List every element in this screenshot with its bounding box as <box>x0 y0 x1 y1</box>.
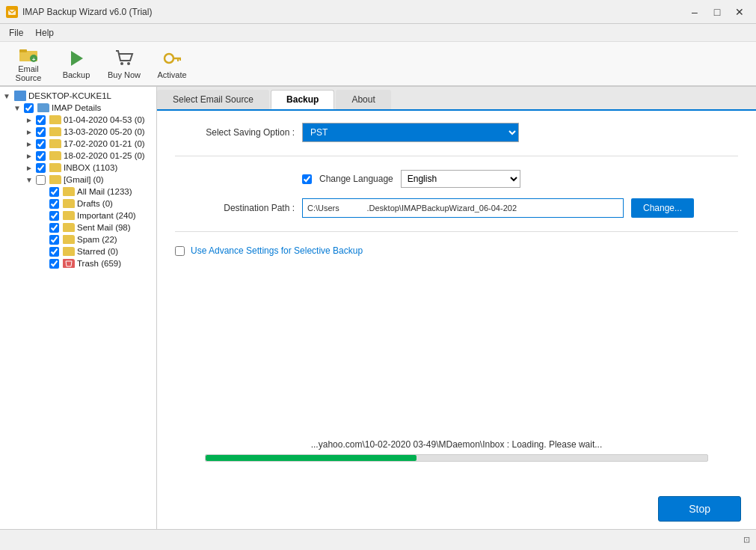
tree-spacer-trash <box>37 258 48 269</box>
folder-f3-icon <box>49 139 61 148</box>
language-row: Change Language English French German Sp… <box>175 170 738 188</box>
maximize-button[interactable]: □ <box>707 4 728 19</box>
tree-item-root[interactable]: ▼ DESKTOP-KCUKE1L <box>0 90 156 102</box>
divider-2 <box>175 231 738 232</box>
tree-spacer-allmail <box>37 186 48 197</box>
tree-item-inbox[interactable]: ► INBOX (1103) <box>0 162 156 174</box>
tree-label-imap: IMAP Details <box>52 103 101 112</box>
saving-option-select[interactable]: PST PDF EML MSG MBOX <box>302 123 519 142</box>
tree-check-trash[interactable] <box>49 259 59 269</box>
svg-marker-5 <box>71 51 83 66</box>
tree-item-folder3[interactable]: ► 17-02-2020 01-21 (0) <box>0 138 156 150</box>
tree-check-sent[interactable] <box>49 223 59 233</box>
destination-path-row: Destination Path : Change... <box>175 198 738 218</box>
tree-check-starred[interactable] <box>49 247 59 257</box>
change-button[interactable]: Change... <box>631 198 694 218</box>
svg-rect-2 <box>19 49 27 52</box>
destination-path-label: Destination Path : <box>175 203 295 213</box>
change-language-checkbox[interactable] <box>302 174 312 184</box>
tree-item-important[interactable]: Important (240) <box>0 210 156 221</box>
tree-spacer-starred <box>37 246 48 257</box>
tree-item-drafts[interactable]: Drafts (0) <box>0 198 156 210</box>
tree-toggle-f3[interactable]: ► <box>24 138 34 149</box>
tree-check-f2[interactable] <box>36 127 46 137</box>
tree-item-spam[interactable]: Spam (22) <box>0 233 156 245</box>
email-source-button[interactable]: + Email Source <box>6 44 51 83</box>
tree-check-f4[interactable] <box>36 151 46 161</box>
tab-about[interactable]: About <box>336 90 390 109</box>
tree-item-folder4[interactable]: ► 18-02-2020 01-25 (0) <box>0 150 156 162</box>
change-language-label: Change Language <box>319 174 393 184</box>
tree-toggle-f4[interactable]: ► <box>24 150 34 161</box>
menu-bar: File Help <box>0 24 756 42</box>
tree-spacer-sent <box>37 222 48 233</box>
close-button[interactable]: ✕ <box>729 4 750 19</box>
svg-point-6 <box>120 62 123 65</box>
tree-check-drafts[interactable] <box>49 199 59 209</box>
svg-point-7 <box>127 62 130 65</box>
advance-settings-row: Use Advance Settings for Selective Backu… <box>175 245 738 256</box>
content-panel: Select Email Source Backup About Select … <box>157 87 756 529</box>
tree-label-inbox: INBOX (1103) <box>64 163 117 172</box>
status-text: ...yahoo.com\10-02-2020 03-49\MDaemon\In… <box>175 439 738 450</box>
tree-check-allmail[interactable] <box>49 187 59 197</box>
folder-important-icon <box>63 211 75 220</box>
tree-item-trash[interactable]: Trash (659) <box>0 257 156 269</box>
window-title: IMAP Backup Wizard v6.0 (Trial) <box>22 7 684 17</box>
svg-point-8 <box>165 54 173 63</box>
tree-item-folder1[interactable]: ► 01-04-2020 04-53 (0) <box>0 114 156 126</box>
folder-allmail-icon <box>63 187 75 196</box>
activate-label: Activate <box>157 70 186 79</box>
tree-spacer-spam <box>37 234 48 245</box>
folder-inbox-icon <box>49 163 61 172</box>
tree-item-imap[interactable]: ▼ IMAP Details <box>0 102 156 114</box>
tree-check-important[interactable] <box>49 211 59 221</box>
activate-button[interactable]: Activate <box>150 44 194 83</box>
destination-path-input[interactable] <box>302 198 624 218</box>
tree-toggle-gmail[interactable]: ▼ <box>24 174 34 185</box>
tree-toggle-f1[interactable]: ► <box>24 114 34 125</box>
folder-drafts-icon <box>63 199 75 208</box>
svg-text:+: + <box>32 56 36 63</box>
tab-backup[interactable]: Backup <box>271 90 334 109</box>
folder-starred-icon <box>63 247 75 256</box>
advance-checkbox[interactable] <box>175 246 185 256</box>
tree-label-f3: 17-02-2020 01-21 (0) <box>64 139 145 148</box>
tree-item-sentmail[interactable]: Sent Mail (98) <box>0 221 156 233</box>
tree-label-sent: Sent Mail (98) <box>77 223 131 232</box>
backup-button[interactable]: Backup <box>54 44 99 83</box>
tree-toggle-root[interactable]: ▼ <box>1 91 12 101</box>
tree-item-gmail[interactable]: ▼ [Gmail] (0) <box>0 174 156 186</box>
tree-label-f4: 18-02-2020 01-25 (0) <box>64 151 145 160</box>
window-controls: – □ ✕ <box>684 4 750 19</box>
minimize-button[interactable]: – <box>684 4 705 19</box>
tree-check-imap[interactable] <box>24 103 34 113</box>
tree-check-inbox[interactable] <box>36 163 46 173</box>
tree-toggle-f2[interactable]: ► <box>24 126 34 137</box>
stop-button[interactable]: Stop <box>658 496 741 522</box>
tree-toggle-imap[interactable]: ▼ <box>12 103 22 113</box>
menu-file[interactable]: File <box>3 26 29 40</box>
language-select[interactable]: English French German Spanish <box>401 170 520 188</box>
menu-help[interactable]: Help <box>29 26 60 40</box>
play-icon <box>66 48 87 69</box>
tree-check-f1[interactable] <box>36 115 46 125</box>
tree-check-gmail[interactable] <box>36 175 46 185</box>
tree-check-f3[interactable] <box>36 139 46 149</box>
tab-select-email-source[interactable]: Select Email Source <box>157 90 269 109</box>
status-bar: ⊡ <box>0 529 756 550</box>
buy-now-button[interactable]: Buy Now <box>102 44 147 83</box>
content-area: Select Saving Option : PST PDF EML MSG M… <box>157 111 756 489</box>
tree-check-spam[interactable] <box>49 235 59 245</box>
tree-item-allmail[interactable]: All Mail (1233) <box>0 186 156 198</box>
tree-label-important: Important (240) <box>77 211 136 220</box>
resize-grip: ⊡ <box>743 535 750 545</box>
tree-item-folder2[interactable]: ► 13-03-2020 05-20 (0) <box>0 126 156 138</box>
tree-toggle-inbox[interactable]: ► <box>24 162 34 173</box>
advance-label[interactable]: Use Advance Settings for Selective Backu… <box>191 245 363 256</box>
saving-option-row: Select Saving Option : PST PDF EML MSG M… <box>175 123 738 142</box>
tree-label-gmail: [Gmail] (0) <box>64 175 104 184</box>
tree-item-starred[interactable]: Starred (0) <box>0 245 156 257</box>
cart-icon <box>114 48 135 69</box>
status-area: ...yahoo.com\10-02-2020 03-49\MDaemon\In… <box>175 266 738 477</box>
